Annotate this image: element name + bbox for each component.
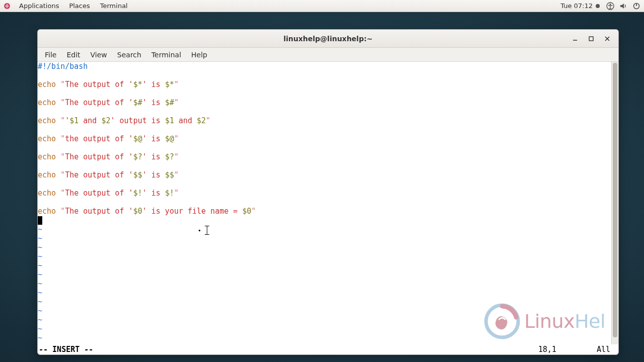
clock[interactable]: Tue 07:12 [558, 2, 602, 10]
code-line: ~ [38, 225, 611, 234]
vim-status-line: -- INSERT -- 18,1 All [38, 344, 618, 354]
code-line: echo "The output of '$*' is $*" [38, 80, 611, 89]
menu-search[interactable]: Search [112, 51, 146, 59]
code-line [38, 143, 611, 152]
code-line: echo "The output of '$?' is $?" [38, 152, 611, 161]
code-line [38, 179, 611, 189]
code-line: ~ [38, 306, 611, 315]
titlebar[interactable]: linuxhelp@linuxhelp:~ [38, 30, 618, 48]
power-icon[interactable] [632, 2, 641, 11]
menu-edit[interactable]: Edit [61, 51, 85, 59]
window-controls [567, 30, 615, 47]
desktop-top-panel: Applications Places Terminal Tue 07:12 [0, 0, 644, 12]
svg-point-2 [610, 4, 611, 5]
panel-right: Tue 07:12 [558, 2, 641, 11]
code-line: echo "The output of '$#' is $#" [38, 98, 611, 107]
code-line: ~ [38, 297, 611, 306]
code-line [38, 216, 611, 225]
code-line: ~ [38, 252, 611, 261]
code-line: ~ [38, 261, 611, 270]
code-line [38, 71, 611, 80]
menu-help[interactable]: Help [186, 51, 212, 59]
code-line [38, 89, 611, 98]
vim-scope: All [597, 345, 617, 354]
code-line: echo "the output of '$@' is $@" [38, 134, 611, 143]
code-line: echo "The output of '$!' is $!" [38, 189, 611, 198]
code-line: echo "'$1 and $2' output is $1 and $2" [38, 116, 611, 125]
activities-icon[interactable] [3, 2, 11, 10]
close-button[interactable] [599, 31, 615, 46]
minimize-button[interactable] [567, 31, 583, 46]
clock-dot-icon [596, 4, 600, 8]
window-title: linuxhelp@linuxhelp:~ [38, 35, 618, 43]
code-line [38, 125, 611, 134]
scrollbar[interactable] [611, 62, 618, 344]
scrollbar-thumb[interactable] [613, 63, 617, 337]
menu-file[interactable]: File [40, 51, 61, 59]
code-line: ~ [38, 315, 611, 324]
vim-cursor-position: 18,1 [538, 345, 597, 354]
code-line: ~ [38, 234, 611, 243]
menubar: File Edit View Search Terminal Help [38, 48, 618, 62]
editor-area[interactable]: #!/bin/bashecho "The output of '$*' is $… [38, 62, 611, 344]
code-line: echo "The output of '$0' is your file na… [38, 207, 611, 216]
code-line [38, 161, 611, 170]
code-line [38, 198, 611, 207]
code-line: ~ [38, 333, 611, 342]
code-line: ~ [38, 288, 611, 297]
menu-terminal-m[interactable]: Terminal [146, 51, 186, 59]
block-cursor [38, 216, 42, 225]
terminal-window: linuxhelp@linuxhelp:~ File Edit View Sea… [37, 29, 619, 355]
volume-icon[interactable] [619, 2, 628, 11]
code-line: echo "The output of '$$' is $$" [38, 170, 611, 179]
pointer-dot [199, 230, 200, 231]
accessibility-icon[interactable] [606, 2, 615, 11]
svg-rect-6 [589, 37, 593, 41]
menu-terminal[interactable]: Terminal [95, 2, 133, 10]
maximize-button[interactable] [583, 31, 599, 46]
code-line: #!/bin/bash [38, 62, 611, 71]
code-line [38, 107, 611, 116]
vim-mode: -- INSERT -- [39, 345, 93, 354]
terminal-body: #!/bin/bashecho "The output of '$*' is $… [38, 62, 618, 344]
clock-text: Tue 07:12 [560, 2, 593, 10]
code-line: ~ [38, 243, 611, 252]
text-cursor-icon [207, 226, 207, 235]
code-line: ~ [38, 279, 611, 288]
panel-left: Applications Places Terminal [3, 2, 133, 10]
menu-view[interactable]: View [86, 51, 112, 59]
menu-applications[interactable]: Applications [14, 2, 64, 10]
code-line: ~ [38, 270, 611, 279]
code-line: ~ [38, 324, 611, 333]
menu-places[interactable]: Places [64, 2, 95, 10]
